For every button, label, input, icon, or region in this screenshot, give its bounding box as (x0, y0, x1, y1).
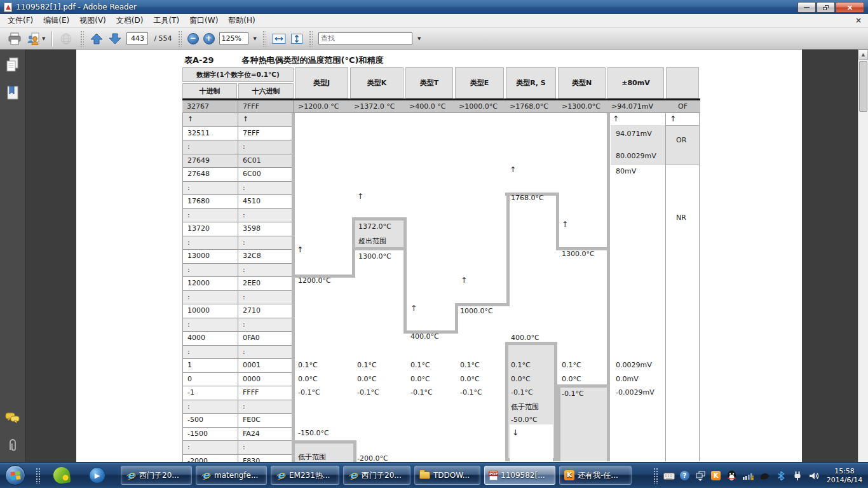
menu-item[interactable]: 帮助(H) (223, 14, 260, 27)
previous-page-button[interactable] (90, 32, 104, 45)
network-warning-tray-icon[interactable] (742, 470, 754, 482)
pages-panel-icon[interactable] (5, 57, 20, 75)
scroll-up-icon[interactable]: ▲ (858, 50, 868, 60)
taskbar-button[interactable]: PDF1109582[... (484, 466, 555, 485)
diagram-label: -0.1°C (298, 388, 320, 396)
diagram-label: 超出范围 (358, 236, 386, 246)
decimal-cell: 10000 (183, 304, 238, 318)
up-arrow-icon (90, 32, 104, 45)
decimal-cell: -1 (183, 386, 238, 400)
desktop: 1109582[1].pdf - Adobe Reader — × 文件(F)编… (0, 0, 868, 488)
diagram-label: 0.0°C (511, 375, 531, 383)
keyboard-tray-icon[interactable] (663, 470, 675, 482)
word-row: :: (183, 291, 294, 305)
restore-button[interactable] (817, 2, 835, 13)
hex-cell: 0001 (238, 359, 292, 373)
close-button[interactable]: × (836, 2, 864, 13)
show-hidden-icons[interactable] (695, 470, 706, 482)
share-button[interactable]: ▼ (26, 32, 45, 45)
find-dropdown-icon[interactable]: ▼ (417, 36, 421, 41)
range-arrow: ↓ (512, 428, 519, 437)
volume-tray-icon[interactable] (808, 470, 820, 482)
hex-cell: : (238, 400, 292, 414)
qq-tray-icon[interactable] (726, 470, 737, 482)
word-row: 176804510 (183, 195, 294, 209)
printer-icon (8, 32, 22, 45)
menu-item[interactable]: 文档(D) (111, 14, 149, 27)
taskbar-button[interactable]: eEM231热... (271, 466, 339, 485)
menu-item[interactable]: 工具(T) (148, 14, 184, 27)
word-row: 1300032C8 (183, 250, 294, 264)
sogou-tray-icon[interactable] (759, 470, 770, 482)
hex-cell: 4510 (238, 195, 292, 209)
zoom-dropdown-icon[interactable]: ▼ (254, 36, 257, 41)
table-number-label: 表A-29 (184, 55, 214, 65)
word-row: :: (183, 318, 294, 332)
taskbar-button[interactable]: e西门子20... (121, 466, 192, 485)
menubar-close-icon[interactable]: × (855, 16, 862, 25)
word-row: :: (183, 209, 294, 223)
hex-cell: 6C00 (238, 168, 292, 182)
decimal-cell: : (183, 236, 238, 250)
menu-item[interactable]: 视图(V) (74, 14, 111, 27)
j-below-range-box (292, 440, 356, 462)
quick-launch-player-icon[interactable]: ▶ (89, 467, 105, 484)
taskbar-grip (36, 468, 41, 484)
page-number-input[interactable] (126, 32, 148, 44)
taskbar-button[interactable]: TDDOW... (414, 466, 480, 485)
print-button[interactable] (8, 32, 22, 45)
decimal-cell: : (183, 318, 238, 332)
fit-page-button[interactable] (290, 33, 303, 44)
overflow-cell: >94.071mV (607, 100, 665, 112)
quick-launch-k-icon[interactable] (52, 466, 71, 484)
fit-width-button[interactable] (272, 33, 286, 44)
vertical-scrollbar[interactable]: ▲ (858, 50, 868, 462)
diagram-label: 0.1°C (460, 361, 480, 369)
menu-item[interactable]: 窗口(W) (184, 14, 223, 27)
bookmarks-panel-icon[interactable] (5, 85, 20, 103)
globe-icon (59, 32, 74, 45)
zoom-level-input[interactable] (219, 32, 248, 44)
attachments-panel-icon[interactable] (6, 438, 20, 454)
taskbar-button[interactable]: ematengfe... (196, 466, 267, 485)
word-row: 120002EE0 (183, 277, 294, 291)
range-step-line (607, 113, 610, 461)
collaborate-button[interactable] (59, 32, 74, 45)
kugou-tray-icon[interactable]: K (711, 471, 721, 480)
minimize-button[interactable]: — (797, 2, 816, 13)
hex-cell: : (238, 441, 292, 455)
overflow-cell: >1200.0 °C (294, 100, 349, 112)
hex-cell: : (238, 346, 292, 360)
start-button[interactable] (5, 465, 25, 485)
menu-item[interactable]: 编辑(E) (38, 14, 74, 27)
next-page-button[interactable] (108, 32, 122, 45)
diagram-label: -150.0°C (298, 429, 329, 437)
clock-time: 15:58 (825, 467, 864, 476)
help-tray-icon[interactable]: ? (680, 471, 689, 480)
decimal-cell: 17680 (183, 195, 238, 209)
diagram-label: 0.1°C (357, 361, 377, 369)
word-row: 137203598 (183, 222, 294, 236)
find-input[interactable] (318, 32, 412, 44)
zoom-out-button[interactable]: − (187, 33, 199, 44)
hex-cell: 6C01 (238, 154, 292, 168)
diagram-label: 0.1°C (562, 361, 581, 369)
hex-cell: 7EFF (238, 127, 292, 141)
range-arrow: ↑ (357, 192, 363, 201)
bluetooth-tray-icon[interactable] (775, 470, 787, 482)
ie-icon: e (348, 470, 358, 480)
taskbar-button[interactable]: e西门子20... (343, 466, 410, 485)
taskbar-button[interactable]: K还有我-任... (559, 466, 632, 485)
menu-item[interactable]: 文件(F) (3, 14, 38, 27)
scrollbar-thumb[interactable] (859, 61, 867, 112)
tray-clock[interactable]: 15:58 2014/6/14 (825, 467, 864, 485)
power-plug-tray-icon[interactable] (792, 470, 803, 482)
comments-panel-icon[interactable] (4, 411, 21, 428)
overflow-cell: >1300.0°C (557, 100, 607, 112)
ie-icon: e (201, 470, 211, 480)
range-arrow: ↑ (613, 114, 619, 123)
zoom-in-button[interactable]: + (203, 33, 215, 44)
menubar: 文件(F)编辑(E)视图(V)文档(D)工具(T)窗口(W)帮助(H) × (0, 14, 868, 28)
column-header: 类型J (295, 67, 348, 98)
word-row: :: (183, 400, 294, 414)
